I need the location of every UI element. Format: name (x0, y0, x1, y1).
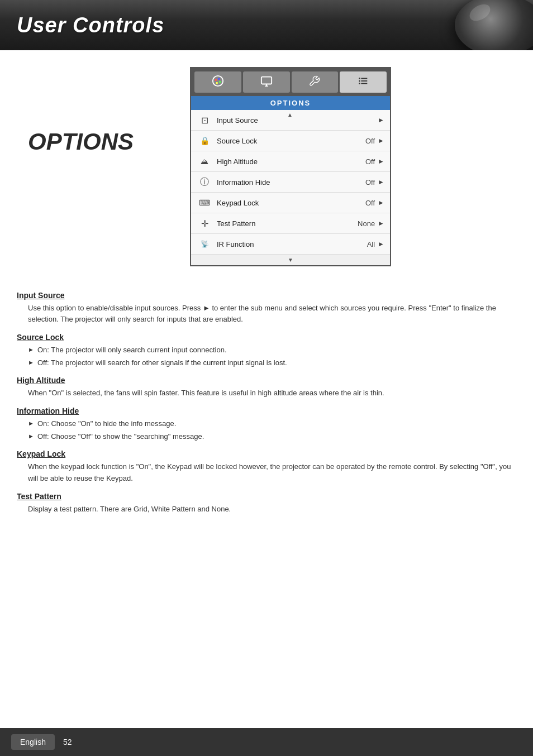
source-lock-bullet-on-text: On: The projector will only search curre… (37, 344, 227, 356)
bullet-arrow-icon: ► (28, 345, 34, 355)
keypad-lock-arrow: ► (378, 199, 384, 207)
info-hide-bullet-on-text: On: Choose "On" to hide the info message… (37, 418, 176, 429)
ir-function-icon (197, 238, 212, 250)
osd-tab-display[interactable] (194, 71, 241, 93)
osd-scroll-down[interactable]: ▼ (191, 255, 390, 265)
page-title: User Controls (17, 13, 164, 37)
svg-point-2 (218, 78, 220, 80)
osd-tab-bar (191, 68, 390, 96)
svg-rect-5 (261, 76, 271, 84)
osd-menu: OPTIONS Input Source ► Source Lock Off ►… (190, 67, 391, 266)
section-heading-source-lock: Source Lock (17, 333, 516, 342)
footer-page-number: 52 (63, 738, 72, 747)
bullet-arrow-icon-4: ► (28, 432, 34, 441)
info-hide-bullet-on: ► On: Choose "On" to hide the info messa… (28, 418, 516, 429)
input-source-arrow: ► (378, 116, 384, 124)
palette-icon (212, 75, 224, 90)
source-lock-arrow: ► (378, 137, 384, 145)
page-header: User Controls (0, 0, 533, 50)
high-altitude-icon (197, 155, 212, 168)
section-body-keypad-lock: When the keypad lock function is "On", t… (28, 461, 516, 484)
footer-language: English (20, 738, 46, 747)
keypad-lock-icon (197, 197, 212, 209)
information-hide-bullets: ► On: Choose "On" to hide the info messa… (28, 418, 516, 442)
info-hide-bullet-off-text: Off: Choose "Off" to show the "searching… (37, 431, 204, 442)
osd-row-source-lock[interactable]: Source Lock Off ► (191, 131, 390, 151)
information-hide-arrow: ► (378, 178, 384, 186)
osd-row-keypad-lock[interactable]: Keypad Lock Off ► (191, 193, 390, 213)
ir-function-value: All (367, 240, 375, 248)
osd-row-high-altitude[interactable]: High Altitude Off ► (191, 151, 390, 172)
osd-menu-container: OPTIONS Input Source ► Source Lock Off ►… (173, 67, 516, 266)
main-content-area: OPTIONS (0, 50, 533, 277)
svg-point-12 (359, 83, 360, 84)
bullet-arrow-icon-3: ► (28, 419, 34, 428)
wrench-icon (308, 75, 321, 90)
high-altitude-label: High Altitude (217, 157, 365, 166)
information-hide-value: Off (365, 178, 375, 186)
source-lock-bullet-off: ► Off: The projector will search for oth… (28, 357, 516, 369)
high-altitude-arrow: ► (378, 157, 384, 165)
information-hide-label: Information Hide (217, 178, 365, 186)
source-lock-value: Off (365, 137, 375, 145)
osd-header-label: OPTIONS (191, 96, 390, 110)
options-heading-label: OPTIONS (28, 128, 162, 155)
osd-row-test-pattern[interactable]: Test Pattern None ► (191, 213, 390, 234)
info-hide-bullet-off: ► Off: Choose "Off" to show the "searchi… (28, 431, 516, 442)
source-lock-icon (197, 135, 212, 147)
keypad-lock-value: Off (365, 199, 375, 207)
ir-function-arrow: ► (378, 240, 384, 248)
section-heading-test-pattern: Test Pattern (17, 492, 516, 501)
source-lock-bullet-off-text: Off: The projector will search for other… (37, 357, 287, 369)
source-lock-label: Source Lock (217, 137, 365, 145)
bullet-arrow-icon-2: ► (28, 358, 34, 367)
svg-point-1 (215, 79, 217, 81)
osd-row-information-hide[interactable]: Information Hide Off ► (191, 172, 390, 193)
input-source-label: Input Source (217, 116, 375, 125)
svg-point-0 (213, 75, 223, 85)
lens-decoration (455, 0, 533, 50)
language-badge: English (11, 734, 55, 750)
svg-point-4 (216, 82, 218, 84)
page-footer: English 52 (0, 728, 533, 756)
keypad-lock-label: Keypad Lock (217, 199, 365, 207)
svg-point-10 (359, 80, 360, 82)
section-heading-information-hide: Information Hide (17, 406, 516, 415)
section-heading-input-source: Input Source (17, 291, 516, 300)
section-body-input-source: Use this option to enable/disable input … (28, 303, 516, 325)
list-icon (357, 75, 369, 90)
section-body-high-altitude: When "On" is selected, the fans will spi… (28, 387, 516, 399)
svg-point-8 (359, 78, 360, 79)
ir-function-label: IR Function (217, 240, 367, 248)
osd-tab-setup[interactable] (292, 71, 339, 93)
osd-row-ir-function[interactable]: IR Function All ► (191, 234, 390, 255)
high-altitude-value: Off (365, 157, 375, 166)
source-lock-bullets: ► On: The projector will only search cur… (28, 344, 516, 368)
osd-tab-options[interactable] (340, 71, 387, 93)
test-pattern-value: None (358, 219, 375, 228)
input-source-icon (197, 114, 212, 126)
test-pattern-arrow: ► (378, 219, 384, 227)
test-pattern-label: Test Pattern (217, 219, 358, 228)
description-area: Input Source Use this option to enable/d… (0, 277, 533, 526)
svg-point-3 (219, 81, 221, 83)
section-heading-keypad-lock: Keypad Lock (17, 449, 516, 458)
left-column: OPTIONS (17, 67, 162, 266)
section-heading-high-altitude: High Altitude (17, 376, 516, 385)
source-lock-bullet-on: ► On: The projector will only search cur… (28, 344, 516, 356)
info-hide-icon (197, 176, 212, 188)
test-pattern-icon (197, 217, 212, 229)
osd-tab-image[interactable] (243, 71, 290, 93)
section-body-test-pattern: Display a test pattern. There are Grid, … (28, 504, 516, 515)
screen-icon (260, 75, 273, 90)
